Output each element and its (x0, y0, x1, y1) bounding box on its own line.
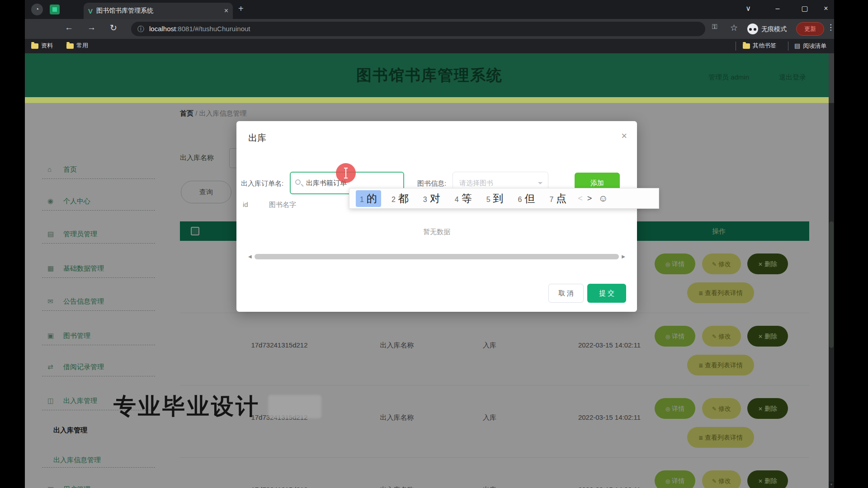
ime-candidate[interactable]: 3对 (419, 190, 444, 207)
ime-candidate[interactable]: 5到 (482, 190, 508, 207)
candidate-number: 2 (392, 196, 396, 204)
scrollbar-thumb[interactable] (255, 254, 619, 259)
address-bar[interactable]: ⓘ localhost:8081/#/tushuChuruinout (131, 22, 705, 36)
update-button[interactable]: 更新 (796, 22, 824, 36)
ime-prev-icon[interactable]: < (578, 194, 583, 203)
text-cursor-icon (345, 169, 346, 178)
bookname-column-header: 图书名字 (269, 201, 296, 209)
ime-candidate[interactable]: 1的 (356, 190, 381, 207)
ime-candidates: 1的2都3对4等5到6但7点 (356, 190, 577, 207)
vue-favicon: V (88, 7, 93, 15)
forward-icon[interactable]: → (87, 23, 96, 33)
divider (788, 42, 788, 51)
scroll-left-icon[interactable]: ◀ (248, 254, 252, 259)
bookmark-label: 常用 (76, 42, 88, 49)
bookmark-label: 资料 (41, 42, 53, 49)
watermark-text: 专业毕业设计 (113, 394, 260, 419)
candidate-char: 到 (493, 192, 504, 206)
info-icon[interactable]: ⓘ (137, 22, 144, 36)
new-tab-button[interactable]: + (238, 4, 244, 14)
candidate-char: 都 (398, 192, 409, 206)
candidate-char: 的 (367, 192, 377, 206)
maximize-button[interactable]: ▢ (796, 2, 814, 15)
candidate-char: 对 (430, 192, 440, 206)
candidate-number: 5 (486, 196, 491, 204)
candidate-number: 7 (549, 196, 553, 204)
submit-button[interactable]: 提 交 (587, 284, 626, 303)
browser-tab[interactable]: V 图书馆书库管理系统 × (84, 3, 233, 19)
candidate-char: 等 (462, 192, 472, 206)
chevron-down-icon (538, 182, 542, 187)
order-name-label: 出入库订单名: (241, 173, 283, 194)
watermark: 专业毕业设计 (113, 391, 321, 422)
scroll-right-icon[interactable]: ▶ (622, 254, 625, 259)
extension-icon[interactable] (50, 5, 60, 14)
incognito-badge: 无痕模式 (747, 22, 787, 36)
stock-out-dialog: 出库 × 出入库订单名: 出库书籍订单 图书信息: 请选择图书 添加 id 图书… (236, 121, 637, 312)
dialog-close-icon[interactable]: × (621, 130, 627, 142)
bookmark-folder[interactable]: 资料 (31, 42, 53, 50)
other-bookmarks-label: 其他书签 (753, 42, 776, 49)
url-rest: :8081/#/tushuChuruinout (176, 25, 250, 33)
search-icon (295, 179, 301, 185)
click-indicator (336, 163, 356, 183)
minimize-button[interactable]: – (769, 2, 787, 15)
browser-toolbar: ← → ↻ ⓘ localhost:8081/#/tushuChuruinout… (25, 19, 834, 39)
horizontal-scrollbar[interactable]: ◀ ▶ (248, 253, 625, 260)
other-bookmarks[interactable]: 其他书签 (743, 42, 776, 50)
candidate-number: 6 (518, 196, 522, 204)
star-icon[interactable]: ☆ (730, 23, 738, 33)
folder-icon (66, 43, 74, 49)
candidate-char: 点 (556, 192, 566, 206)
candidate-number: 4 (455, 196, 459, 204)
candidate-number: 3 (423, 196, 427, 204)
key-icon[interactable]: ⚿ (712, 23, 717, 31)
menu-dots-icon[interactable]: ⋮ (827, 23, 834, 32)
divider (736, 42, 736, 51)
url-host: localhost (149, 25, 176, 33)
ime-candidate[interactable]: 6但 (514, 190, 539, 207)
ime-candidate[interactable]: 4等 (451, 190, 476, 207)
incognito-avatar-icon[interactable]: ◔ (31, 4, 43, 15)
ime-next-icon[interactable]: > (587, 194, 592, 203)
dialog-title: 出库 (248, 132, 266, 144)
empty-state: 暂无数据 (236, 228, 637, 236)
folder-icon (743, 43, 750, 49)
folder-icon (31, 43, 38, 49)
reading-list-label: 阅读清单 (803, 42, 826, 49)
ime-candidate[interactable]: 2都 (387, 190, 413, 207)
back-icon[interactable]: ← (65, 23, 73, 33)
candidate-char: 但 (524, 192, 535, 206)
reading-list[interactable]: ▤阅读清单 (794, 42, 826, 50)
reading-list-icon: ▤ (794, 42, 800, 49)
browser-window: ◔ V 图书馆书库管理系统 × + ∨ – ▢ × ← → ↻ ⓘ localh… (25, 0, 834, 488)
incognito-icon (747, 23, 758, 34)
bookmark-folder[interactable]: 常用 (66, 42, 88, 50)
ime-candidate[interactable]: 7点 (545, 190, 571, 207)
chevron-down-icon[interactable]: ∨ (739, 2, 757, 15)
candidate-number: 1 (360, 196, 364, 204)
reload-icon[interactable]: ↻ (110, 23, 117, 33)
ime-bar: 1的2都3对4等5到6但7点 < > ☺ (349, 188, 659, 209)
close-tab-icon[interactable]: × (224, 7, 228, 15)
close-window-button[interactable]: × (817, 2, 834, 15)
bookmarks-bar: 资料 常用 其他书签 ▤阅读清单 (25, 39, 834, 53)
screen: ◔ V 图书馆书库管理系统 × + ∨ – ▢ × ← → ↻ ⓘ localh… (0, 0, 868, 488)
blurred-patch (268, 395, 321, 418)
web-page: 图书馆书库管理系统 管理员 admin 退出登录 ⌂首页◉个人中心▤管理员管理▦… (25, 53, 834, 488)
incognito-label: 无痕模式 (761, 25, 787, 33)
tab-title: 图书馆书库管理系统 (96, 7, 153, 15)
tab-bar: ◔ V 图书馆书库管理系统 × + ∨ – ▢ × (25, 0, 834, 19)
id-column-header: id (243, 201, 248, 208)
emoji-icon[interactable]: ☺ (598, 193, 608, 204)
cancel-button[interactable]: 取 消 (548, 284, 584, 303)
